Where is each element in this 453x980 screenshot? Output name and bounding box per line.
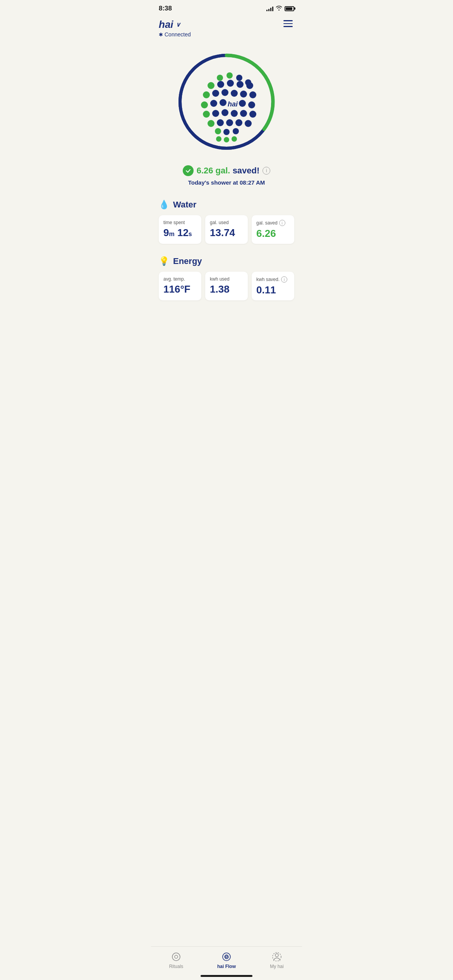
svg-point-13: [212, 90, 219, 97]
svg-point-31: [217, 119, 224, 126]
rituals-icon: [171, 951, 182, 962]
svg-point-45: [275, 954, 278, 957]
svg-point-26: [221, 109, 228, 116]
time-spent-label: time spent: [163, 220, 197, 225]
svg-point-17: [249, 91, 256, 98]
menu-line-3: [283, 26, 293, 27]
gal-saved-card: gal. saved i 6.26: [252, 215, 294, 244]
menu-line-1: [283, 20, 293, 21]
svg-point-39: [224, 137, 229, 142]
chevron-down-icon[interactable]: ∨: [176, 21, 180, 28]
hai-flow-label: hai Flow: [217, 964, 236, 969]
svg-point-15: [231, 90, 238, 97]
svg-point-3: [217, 75, 223, 81]
savings-main: 6.26 gal. saved! i: [159, 165, 294, 176]
gal-saved-label: gal. saved i: [256, 220, 290, 226]
connection-status: ✱ Connected: [159, 31, 191, 38]
svg-point-19: [210, 100, 217, 107]
svg-point-42: [175, 955, 178, 958]
shower-head-container: hai: [151, 44, 302, 164]
kwh-saved-info-button[interactable]: i: [281, 276, 287, 283]
svg-point-44: [226, 956, 228, 958]
savings-amount: 6.26 gal. saved!: [197, 166, 260, 176]
svg-point-23: [248, 101, 255, 108]
app-title[interactable]: hai ∨: [159, 19, 191, 31]
gal-used-value: 13.74: [210, 228, 243, 238]
shower-head-visual[interactable]: hai: [172, 48, 281, 156]
svg-point-28: [240, 110, 247, 117]
status-icons: [266, 5, 294, 12]
nav-item-my-hai[interactable]: My hai: [252, 951, 302, 969]
svg-point-43: [223, 953, 230, 961]
svg-point-4: [226, 72, 233, 79]
savings-info-button[interactable]: i: [263, 167, 270, 175]
savings-check-icon: [183, 165, 194, 176]
menu-button[interactable]: [282, 19, 294, 29]
svg-point-11: [246, 82, 253, 89]
svg-point-10: [237, 81, 244, 88]
svg-point-30: [208, 120, 214, 127]
svg-text:hai: hai: [228, 100, 238, 108]
svg-point-14: [221, 89, 228, 96]
status-bar: 8:38: [151, 0, 302, 15]
svg-point-34: [245, 120, 252, 127]
svg-point-8: [217, 81, 224, 88]
kwh-used-value: 1.38: [210, 284, 243, 294]
lightbulb-icon: 💡: [159, 256, 169, 266]
svg-point-35: [215, 128, 221, 134]
avg-temp-value: 116°F: [163, 284, 197, 294]
svg-point-37: [233, 128, 239, 134]
signal-icon: [266, 6, 273, 11]
wifi-icon: [276, 5, 282, 12]
gal-saved-value: 6.26: [256, 228, 290, 238]
energy-section-title: 💡 Energy: [159, 256, 294, 266]
svg-point-32: [226, 119, 233, 126]
svg-point-38: [216, 136, 221, 142]
svg-point-16: [240, 91, 247, 98]
water-section-title: 💧 Water: [159, 200, 294, 210]
time-spent-card: time spent 9m 12s: [159, 215, 201, 244]
avg-temp-card: avg. temp. 116°F: [159, 272, 201, 300]
kwh-saved-card: kwh saved. i 0.11: [252, 272, 294, 300]
svg-point-7: [208, 82, 214, 89]
shower-time: Today's shower at 08:27 AM: [159, 179, 294, 186]
energy-metrics-grid: avg. temp. 116°F kwh used 1.38 kwh saved…: [159, 272, 294, 300]
my-hai-icon: [271, 951, 282, 962]
avg-temp-label: avg. temp.: [163, 276, 197, 282]
svg-point-20: [220, 99, 226, 106]
gal-saved-info-button[interactable]: i: [279, 220, 285, 226]
home-indicator: [201, 975, 252, 977]
svg-point-18: [201, 101, 208, 108]
water-section: 💧 Water time spent 9m 12s gal. used 13.7…: [151, 194, 302, 250]
svg-point-27: [231, 110, 238, 117]
svg-point-41: [172, 953, 180, 961]
gal-used-card: gal. used 13.74: [205, 215, 248, 244]
svg-point-22: [239, 100, 246, 107]
kwh-saved-value: 0.11: [256, 285, 290, 295]
svg-point-29: [249, 111, 256, 118]
nav-item-rituals[interactable]: Rituals: [151, 951, 201, 969]
hai-flow-icon: [221, 951, 232, 962]
gal-used-label: gal. used: [210, 220, 243, 225]
svg-point-36: [223, 129, 230, 135]
svg-point-12: [203, 91, 210, 98]
water-metrics-grid: time spent 9m 12s gal. used 13.74 gal. s…: [159, 215, 294, 244]
kwh-used-label: kwh used: [210, 276, 243, 282]
svg-point-25: [212, 110, 219, 117]
nav-item-hai-flow[interactable]: hai Flow: [201, 951, 252, 969]
energy-section: 💡 Energy avg. temp. 116°F kwh used 1.38 …: [151, 250, 302, 307]
svg-point-9: [227, 80, 234, 87]
app-name: hai: [159, 19, 173, 31]
time-spent-value: 9m 12s: [163, 228, 197, 238]
svg-point-40: [232, 136, 237, 142]
kwh-used-card: kwh used 1.38: [205, 272, 248, 300]
energy-label: Energy: [173, 256, 202, 266]
kwh-saved-label: kwh saved. i: [256, 276, 290, 283]
svg-point-5: [236, 75, 242, 81]
bluetooth-icon: ✱: [159, 32, 163, 38]
svg-point-33: [235, 119, 242, 126]
my-hai-label: My hai: [270, 964, 283, 969]
status-time: 8:38: [159, 5, 172, 12]
connection-label: Connected: [165, 31, 191, 38]
water-drop-icon: 💧: [159, 200, 169, 210]
